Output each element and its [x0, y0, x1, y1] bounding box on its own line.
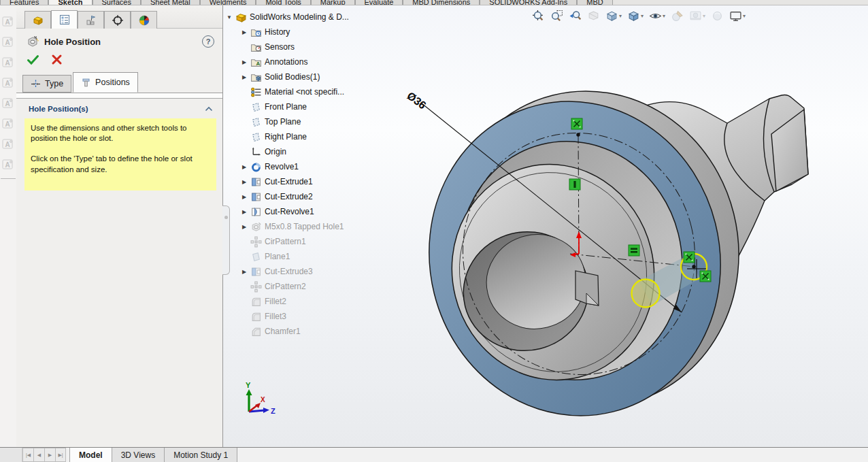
annotation-edit-icon[interactable]: A — [1, 35, 15, 49]
expand-arrow-icon[interactable]: ▶ — [241, 209, 248, 215]
ribbon-tab-markup[interactable]: Markup — [311, 0, 355, 5]
cancel-button[interactable] — [50, 53, 63, 66]
annotation-move-icon[interactable]: A — [1, 56, 15, 69]
full-screen-icon[interactable]: ▾ — [728, 8, 747, 24]
tree-item-label: Annotations — [265, 57, 307, 67]
graphics-area[interactable]: Ø36 — [223, 5, 868, 447]
tree-item-revolve1[interactable]: ▶Revolve1 — [226, 159, 349, 174]
tree-item-label: Plane1 — [265, 252, 290, 261]
tree-item-label: Chamfer1 — [265, 327, 301, 336]
ribbon-tab-mold-tools[interactable]: Mold Tools — [256, 0, 310, 5]
tree-item-material-not-specifi[interactable]: Material <not specifi... — [226, 84, 349, 99]
collapse-chevron-icon[interactable] — [205, 106, 213, 112]
tree-item-plane1[interactable]: Plane1 — [226, 249, 349, 264]
tree-item-front-plane[interactable]: Front Plane — [226, 99, 349, 114]
tree-item-sensors[interactable]: Sensors — [226, 39, 349, 54]
ribbon-tab-sketch[interactable]: Sketch — [48, 0, 92, 5]
tree-item-fillet3[interactable]: Fillet3 — [226, 309, 349, 324]
display-style-icon[interactable]: ▾ — [626, 8, 645, 24]
tree-item-origin[interactable]: Origin — [226, 144, 349, 159]
ribbon-tab-sheet-metal[interactable]: Sheet Metal — [141, 0, 200, 5]
document-tab-motion-study-1[interactable]: Motion Study 1 — [165, 448, 237, 462]
annotation-link-icon[interactable]: A — [1, 158, 15, 171]
zoom-to-area-icon[interactable] — [549, 8, 565, 24]
property-manager-panel: Hole Position ? Type Positions — [16, 5, 223, 447]
tree-item-m5x0-8-tapped-hole1[interactable]: ▶M5x0.8 Tapped Hole1 — [226, 219, 349, 234]
material-icon — [250, 86, 262, 98]
zoom-to-fit-icon[interactable] — [531, 8, 546, 24]
expand-arrow-icon[interactable]: ▶ — [241, 179, 248, 185]
ribbon-tab-mbd[interactable]: MBD — [577, 0, 612, 5]
tree-item-solidworks-modeling-d[interactable]: ▼SolidWorks Modeling & D... — [226, 10, 349, 24]
expand-arrow-icon[interactable]: ▶ — [241, 269, 248, 275]
property-manager-tab[interactable] — [51, 10, 78, 29]
dimxpert-manager-tab[interactable] — [104, 11, 131, 29]
annotation-add-icon[interactable]: A — [1, 76, 15, 90]
dropdown-caret-icon[interactable]: ▾ — [703, 13, 705, 19]
tree-item-chamfer1[interactable]: Chamfer1 — [226, 324, 349, 339]
tree-item-history[interactable]: ▶History — [226, 24, 349, 39]
featuremanager-design-tree-tab[interactable] — [24, 11, 51, 29]
tab-nav-last-button[interactable]: ▶| — [55, 448, 66, 462]
tree-item-cirpattern2[interactable]: CirPattern2 — [226, 279, 349, 294]
tree-item-fillet2[interactable]: Fillet2 — [226, 294, 349, 309]
sensors-icon — [250, 42, 262, 53]
tree-item-top-plane[interactable]: Top Plane — [226, 114, 349, 129]
tree-item-solid-bodies-1[interactable]: ▶Solid Bodies(1) — [226, 69, 349, 84]
tree-item-cut-extrude1[interactable]: ▶Cut-Extrude1 — [226, 174, 349, 189]
view-orientation-icon[interactable]: ▾ — [604, 8, 623, 24]
constraint-badge-vertical — [569, 179, 580, 190]
panel-splitter-handle[interactable] — [222, 205, 230, 275]
tab-nav-first-button[interactable]: |◀ — [22, 448, 33, 462]
expand-arrow-icon[interactable]: ▶ — [241, 164, 248, 170]
dropdown-caret-icon[interactable]: ▾ — [663, 13, 665, 19]
dropdown-caret-icon[interactable]: ▾ — [619, 13, 622, 19]
hide-show-items-icon[interactable]: ▾ — [648, 8, 667, 24]
group-header-hole-positions[interactable]: Hole Position(s) — [16, 99, 222, 116]
ribbon-tab-evaluate[interactable]: Evaluate — [355, 0, 403, 5]
sketch-point-top[interactable] — [576, 133, 580, 136]
tab-positions[interactable]: Positions — [73, 72, 138, 93]
ribbon-tab-mbd-dimensions[interactable]: MBD Dimensions — [403, 0, 480, 5]
expand-arrow-icon[interactable]: ▶ — [241, 29, 248, 35]
tree-item-right-plane[interactable]: Right Plane — [226, 129, 349, 144]
expand-arrow-icon[interactable]: ▶ — [241, 74, 248, 80]
expand-arrow-icon[interactable]: ▶ — [241, 59, 248, 65]
ribbon-tab-solidworks-add-ins[interactable]: SOLIDWORKS Add-Ins — [480, 0, 577, 5]
help-button[interactable]: ? — [202, 35, 214, 48]
collapse-arrow-icon[interactable]: ▼ — [226, 14, 233, 20]
document-tab-3d-views[interactable]: 3D Views — [112, 448, 165, 462]
configuration-manager-tab[interactable] — [78, 11, 104, 29]
tree-item-cut-revolve1[interactable]: ▶Cut-Revolve1 — [226, 204, 349, 219]
previous-view-icon[interactable] — [567, 8, 583, 24]
tree-item-label: Cut-Extrude1 — [265, 177, 313, 186]
expand-arrow-icon[interactable]: ▶ — [241, 224, 248, 230]
tab-type[interactable]: Type — [22, 75, 71, 93]
annotation-new-icon[interactable]: A — [1, 15, 15, 29]
document-tab-model[interactable]: Model — [69, 448, 112, 462]
dropdown-caret-icon[interactable]: ▾ — [641, 13, 644, 19]
annotation-frame-icon[interactable]: A — [1, 137, 15, 151]
tree-item-cut-extrude2[interactable]: ▶Cut-Extrude2 — [226, 189, 349, 204]
ribbon-tab-weldments[interactable]: Weldments — [200, 0, 256, 5]
plane-icon — [250, 116, 262, 128]
dropdown-caret-icon[interactable]: ▾ — [743, 13, 746, 19]
ribbon-tab-surfaces[interactable]: Surfaces — [93, 0, 141, 5]
annotation-lock-icon[interactable]: A — [1, 97, 15, 110]
ribbon-tab-features[interactable]: Features — [0, 0, 48, 5]
tab-nav-next-button[interactable]: ▶ — [44, 448, 55, 462]
tree-item-label: Material <not specifi... — [265, 87, 344, 97]
triad-z-label: Z — [271, 407, 276, 415]
tab-nav-previous-button[interactable]: ◀ — [33, 448, 44, 462]
origin-icon — [250, 146, 262, 158]
display-manager-tab[interactable] — [131, 11, 157, 29]
panel-actions — [16, 51, 222, 72]
tree-item-cut-extrude3[interactable]: ▶Cut-Extrude3 — [226, 264, 349, 279]
hole-wizard-icon — [26, 35, 39, 48]
sketch-point-right[interactable] — [692, 265, 695, 268]
ok-button[interactable] — [27, 53, 39, 66]
tree-item-annotations[interactable]: ▶AAnnotations — [226, 54, 349, 69]
annotation-copy-icon[interactable]: A — [1, 117, 15, 131]
expand-arrow-icon[interactable]: ▶ — [241, 194, 248, 200]
tree-item-cirpattern1[interactable]: CirPattern1 — [226, 234, 349, 249]
